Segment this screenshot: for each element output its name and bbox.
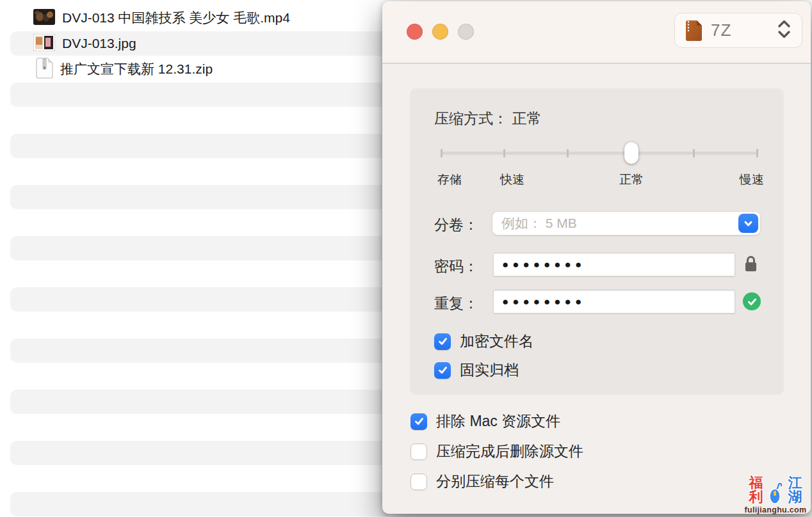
list-stripe-row — [10, 83, 389, 107]
zoom-button-disabled — [458, 24, 474, 40]
exclude-mac-resources-row[interactable]: 排除 Mac 资源文件 — [410, 411, 560, 431]
slider-thumb[interactable] — [624, 142, 638, 164]
password-input[interactable] — [502, 253, 726, 276]
checkbox-unchecked-icon[interactable] — [410, 473, 427, 490]
slider-label-normal: 正常 — [619, 171, 644, 188]
file-name: DVJ-013 中国雑技系 美少女 毛歌.mp4 — [62, 9, 290, 27]
list-stripe-row — [10, 287, 389, 312]
lock-icon — [743, 255, 758, 276]
split-size-dropdown-button[interactable] — [738, 214, 758, 233]
file-name: DVJ-013.jpg — [62, 36, 136, 51]
archive-format-dropdown[interactable]: 7Z — [674, 13, 802, 48]
list-stripe-row — [10, 236, 389, 260]
slider-tick — [756, 149, 758, 157]
watermark-brand-right: 江湖 — [783, 476, 808, 504]
delete-after-compression-row[interactable]: 压缩完成后删除源文件 — [410, 441, 583, 461]
split-size-input[interactable] — [501, 212, 732, 235]
image-thumbnail-icon — [33, 34, 55, 54]
list-stripe-row — [10, 185, 389, 209]
slider-track[interactable] — [441, 152, 758, 155]
format-value: 7Z — [711, 20, 731, 40]
checkbox-checked-icon[interactable] — [434, 362, 451, 379]
list-stripe-row — [10, 338, 389, 363]
compress-separately-row[interactable]: 分别压缩每个文件 — [410, 472, 554, 491]
list-stripe-row — [10, 390, 389, 414]
compression-method-label: 压缩方式： 正常 — [434, 109, 541, 129]
slider-tick — [441, 149, 443, 157]
checkbox-unchecked-icon[interactable] — [410, 443, 427, 460]
mouse-logo-icon — [769, 482, 782, 504]
compression-level-slider[interactable] — [441, 142, 758, 164]
password-match-check-icon — [743, 292, 761, 310]
watermark-brand-left: 福利 — [743, 476, 768, 504]
slider-tick — [503, 149, 505, 157]
file-row-mp4[interactable]: DVJ-013 中国雑技系 美少女 毛歌.mp4 — [0, 5, 410, 31]
repeat-label: 重复： — [434, 294, 478, 314]
split-label: 分卷： — [434, 215, 478, 235]
encrypt-filenames-row[interactable]: 加密文件名 — [434, 331, 533, 351]
password-label: 密码： — [434, 257, 478, 276]
repeat-field[interactable] — [493, 290, 735, 314]
checkbox-checked-icon[interactable] — [410, 413, 427, 430]
list-stripe-row — [10, 492, 389, 516]
slider-label-store: 存储 — [437, 171, 462, 188]
finder-file-list: DVJ-013 中国雑技系 美少女 毛歌.mp4 DVJ-013.jpg 推广文… — [0, 0, 410, 517]
encrypt-filenames-label: 加密文件名 — [460, 331, 533, 351]
exclude-mac-resources-label: 排除 Mac 资源文件 — [436, 411, 560, 431]
file-name: 推广文宣下载新 12.31.zip — [60, 60, 213, 78]
solid-archive-label: 固实归档 — [460, 360, 519, 380]
minimize-button[interactable] — [432, 24, 448, 40]
video-thumbnail-icon — [33, 9, 55, 28]
compression-settings-panel: 压缩方式： 正常 存储 快速 正常 慢速 分卷： 密码： — [410, 88, 784, 395]
repeat-input[interactable] — [502, 290, 726, 313]
zip-file-icon — [36, 58, 53, 81]
slider-tick — [693, 149, 695, 157]
compression-method-value: 正常 — [512, 110, 541, 127]
list-stripe-row — [10, 441, 389, 465]
slider-tick — [567, 149, 569, 157]
chevron-up-down-icon — [777, 19, 792, 42]
file-row-zip[interactable]: 推广文宣下载新 12.31.zip — [0, 56, 410, 82]
window-titlebar[interactable]: 7Z — [382, 1, 811, 64]
password-field[interactable] — [493, 253, 735, 276]
split-size-combobox[interactable] — [492, 211, 761, 235]
file-row-jpg[interactable]: DVJ-013.jpg — [0, 31, 410, 56]
slider-label-fast: 快速 — [500, 171, 524, 188]
7z-archive-icon — [685, 20, 702, 42]
compress-separately-label: 分别压缩每个文件 — [436, 472, 554, 491]
watermark-domain: fulijianghu.com — [743, 506, 808, 514]
chevron-down-icon — [742, 218, 754, 230]
close-button[interactable] — [407, 24, 423, 40]
keka-compression-window: 7Z 压缩方式： 正常 存储 快速 正常 慢速 分卷： — [382, 1, 811, 514]
site-watermark: 福利 江湖 fulijianghu.com — [743, 476, 808, 514]
slider-label-slow: 慢速 — [740, 171, 764, 188]
delete-after-compression-label: 压缩完成后删除源文件 — [436, 441, 583, 461]
solid-archive-row[interactable]: 固实归档 — [434, 360, 519, 380]
list-stripe-row — [10, 134, 389, 158]
checkbox-checked-icon[interactable] — [434, 333, 451, 350]
